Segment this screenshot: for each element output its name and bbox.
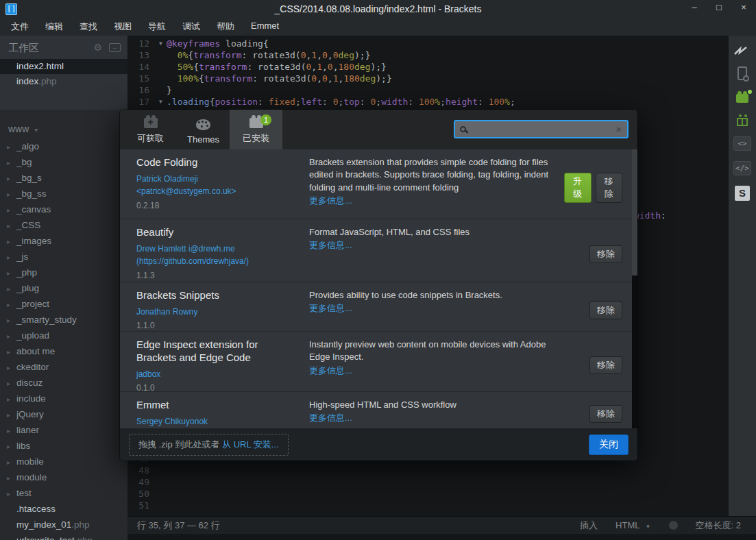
menu-item[interactable]: 查找	[75, 19, 101, 35]
tree-arrow-icon: ▸	[7, 155, 16, 171]
extension-row: BeautifyDrew Hamlett i@drewh.me(https://…	[120, 219, 637, 282]
sidebar-folder-item[interactable]: ▸mobile	[0, 454, 127, 469]
menu-item[interactable]: Emmet	[247, 19, 283, 35]
language-selector[interactable]: HTML ▼	[615, 520, 650, 530]
sidebar-folder-item[interactable]: ▸_CSS	[0, 217, 127, 233]
maximize-button[interactable]: □	[714, 2, 724, 12]
insert-mode-indicator[interactable]: 插入	[580, 519, 598, 532]
sidebar-folder-item[interactable]: ▸module	[0, 469, 127, 485]
folder-name: _js	[16, 251, 28, 262]
remove-button[interactable]: 移除	[589, 245, 622, 263]
line-number: 17	[127, 96, 155, 108]
folder-name: discuz	[16, 378, 42, 388]
sidebar-folder-item[interactable]: ▸lianer	[0, 422, 127, 438]
list-scrollbar[interactable]	[632, 149, 637, 428]
sidebar-file-item[interactable]: my_index_01.php	[0, 517, 127, 532]
spaces-setting[interactable]: 空格长度: 2	[696, 519, 741, 532]
scrollbar-thumb[interactable]	[632, 149, 637, 275]
cursor-position[interactable]: 行 35, 列 37 — 62 行	[137, 519, 220, 532]
search-input[interactable]	[466, 124, 615, 134]
sidebar-folder-item[interactable]: ▸_images	[0, 233, 127, 249]
menu-item[interactable]: 帮助	[212, 19, 239, 35]
lint-status-icon[interactable]	[669, 521, 678, 530]
folder-name: _php	[16, 267, 37, 278]
sidebar-folder-item[interactable]: ▸_plug	[0, 280, 127, 296]
tab-installed[interactable]: 已安装1	[230, 110, 282, 149]
sidebar-folder-item[interactable]: ▸discuz	[0, 375, 127, 391]
working-file-item[interactable]: index2.html	[0, 59, 127, 74]
sidebar-folder-item[interactable]: ▸_php	[0, 265, 127, 280]
folder-name: _canvas	[16, 204, 51, 214]
gear-icon[interactable]: ⚙	[93, 42, 102, 53]
sidebar-folder-item[interactable]: ▸_bg	[0, 154, 127, 170]
clear-search-icon[interactable]: ×	[615, 123, 622, 135]
extension-author-link[interactable]: jadbox	[136, 368, 300, 381]
extension-author-link[interactable]: (https://github.com/drewhjava/)	[136, 255, 300, 268]
more-info-link[interactable]: 更多信息...	[309, 302, 564, 315]
menu-item[interactable]: 编辑	[41, 19, 67, 35]
sidebar-folder-item[interactable]: ▸jQuery	[0, 406, 127, 422]
sidebar-folder-item[interactable]: ▸_upload	[0, 328, 127, 343]
extension-author-link[interactable]: Patrick Oladimeji <patrick@dustygem.co.u…	[136, 173, 300, 198]
remove-button[interactable]: 移除	[589, 356, 622, 374]
extension-row: Code FoldingPatrick Oladimeji <patrick@d…	[120, 149, 637, 219]
more-info-link[interactable]: 更多信息...	[309, 412, 564, 424]
sidebar-folder-item[interactable]: ▸_algo	[0, 138, 127, 154]
menu-item[interactable]: 视图	[110, 19, 136, 35]
menu-item[interactable]: 导航	[144, 19, 170, 35]
more-info-link[interactable]: 更多信息...	[309, 365, 564, 377]
extension-manager-icon[interactable]	[736, 94, 748, 103]
sidebar-folder-item[interactable]: ▸_canvas	[0, 201, 127, 217]
project-root[interactable]: www ▾	[0, 119, 127, 138]
more-info-link[interactable]: 更多信息...	[309, 195, 564, 207]
sidebar-folder-item[interactable]: ▸_bg_ss	[0, 186, 127, 201]
tree-arrow-icon: ▸	[7, 486, 16, 502]
line-number: 12	[127, 38, 155, 49]
sidebar-folder-item[interactable]: ▸include	[0, 391, 127, 406]
menu-item[interactable]: 调试	[178, 19, 204, 35]
extension-author-link[interactable]: Drew Hamlett i@drewh.me	[136, 243, 300, 256]
line-number: 48	[127, 465, 155, 476]
install-from-url-link[interactable]: 从 URL 安装...	[222, 439, 279, 450]
s-badge-icon[interactable]: S	[735, 186, 750, 201]
remove-button[interactable]: 移除	[589, 302, 622, 319]
sidebar-folder-item[interactable]: ▸_js	[0, 249, 127, 265]
code-line: 50	[127, 488, 729, 500]
more-info-link[interactable]: 更多信息...	[309, 239, 564, 251]
extension-version: 0.2.18	[136, 201, 300, 210]
sidebar-folder-item[interactable]: ▸_project	[0, 296, 127, 312]
sidebar-folder-item[interactable]: ▸libs	[0, 438, 127, 454]
sidebar-file-item[interactable]: .htaccess	[0, 501, 127, 517]
tab-available[interactable]: 可获取	[124, 110, 177, 149]
file-name: index2	[16, 61, 44, 71]
upgrade-button[interactable]: 升级	[564, 173, 592, 203]
extension-author-link[interactable]: Jonathan Rowny	[136, 306, 300, 319]
code-angle-icon[interactable]: <>	[733, 136, 751, 151]
menu-item[interactable]: 文件	[7, 19, 33, 35]
code-slash-icon[interactable]: </>	[733, 161, 751, 175]
snippets-gift-icon[interactable]	[737, 118, 748, 126]
close-window-button[interactable]: ×	[738, 2, 749, 12]
edge-inspect-icon[interactable]	[737, 66, 747, 80]
sidebar-folder-item[interactable]: ▸_bg_s	[0, 170, 127, 186]
line-number: 49	[127, 476, 155, 488]
tree-arrow-icon: ▸	[7, 423, 16, 439]
remove-button[interactable]: 移除	[596, 173, 623, 203]
sidebar-file-item[interactable]: urlrewrite_test.php	[0, 532, 127, 540]
minimize-button[interactable]: –	[689, 2, 700, 12]
file-name: .htaccess	[16, 504, 56, 514]
zip-dropzone[interactable]: 拖拽 .zip 到此处或者 从 URL 安装...	[129, 434, 289, 456]
close-dialog-button[interactable]: 关闭	[589, 434, 629, 455]
extension-author-link[interactable]: Sergey Chikuyonok <serge.che@gmail.com>	[136, 415, 300, 428]
working-file-item[interactable]: index.php	[0, 74, 127, 89]
sidebar-folder-item[interactable]: ▸test	[0, 485, 127, 501]
sidebar-folder-item[interactable]: ▸ckeditor	[0, 359, 127, 375]
sidebar-folder-item[interactable]: ▸_smarty_study	[0, 312, 127, 328]
live-preview-icon[interactable]	[733, 45, 751, 56]
split-view-icon[interactable]: ↔	[109, 43, 121, 52]
fold-arrow-icon	[155, 500, 167, 511]
project-tree: ▸_algo▸_bg▸_bg_s▸_bg_ss▸_canvas▸_CSS▸_im…	[0, 138, 127, 540]
tab-themes[interactable]: Themes	[177, 110, 230, 149]
sidebar-folder-item[interactable]: ▸about me	[0, 343, 127, 359]
remove-button[interactable]: 移除	[589, 405, 622, 423]
